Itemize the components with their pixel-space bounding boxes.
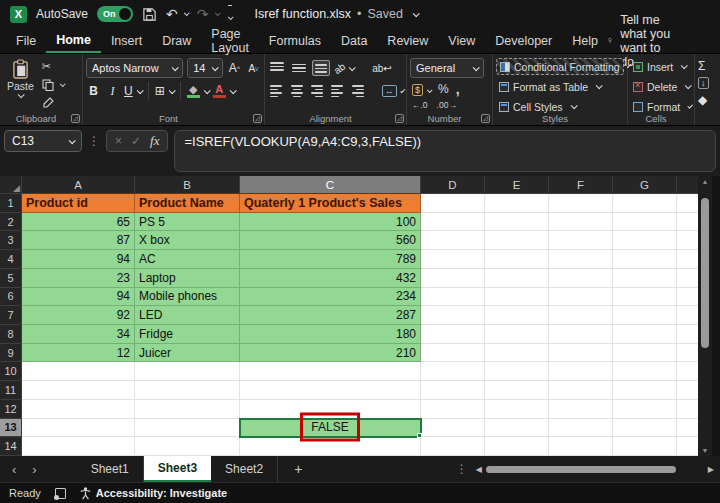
autosave-toggle[interactable]: On (97, 6, 133, 22)
cell-B12[interactable] (135, 400, 240, 419)
cell-partial-14[interactable] (677, 437, 698, 456)
cell-partial-6[interactable] (677, 288, 698, 307)
scroll-down-icon[interactable]: ▼ (702, 446, 709, 455)
formula-bar-handle[interactable]: ⋮ (88, 134, 100, 148)
cell-C9[interactable]: 210 (240, 344, 421, 363)
decrease-decimal-button[interactable]: .00→ (437, 100, 457, 110)
cell-partial-11[interactable] (677, 381, 698, 400)
accessibility-status[interactable]: Accessibility: Investigate (80, 487, 227, 500)
row-header-1[interactable]: 1 (0, 194, 22, 213)
cell-E4[interactable] (485, 250, 549, 269)
cell-F9[interactable] (549, 344, 613, 363)
decrease-indent-button[interactable] (329, 83, 345, 99)
cell-E1[interactable] (485, 194, 549, 213)
row-header-11[interactable]: 11 (0, 381, 22, 400)
cell-D8[interactable] (421, 325, 485, 344)
borders-button[interactable]: ⊞ (155, 82, 174, 100)
cell-E5[interactable] (485, 269, 549, 288)
cell-D1[interactable] (421, 194, 485, 213)
cell-A10[interactable] (22, 362, 135, 381)
cell-partial-2[interactable] (677, 213, 698, 232)
cell-A4[interactable]: 94 (22, 250, 135, 269)
cell-E3[interactable] (485, 231, 549, 250)
row-header-4[interactable]: 4 (0, 250, 22, 269)
cell-partial-7[interactable] (677, 306, 698, 325)
autosum-button[interactable]: Σ (698, 58, 717, 73)
align-right-button[interactable] (309, 83, 325, 99)
cell-C5[interactable]: 432 (240, 269, 421, 288)
increase-decimal-button[interactable]: ←.0 (412, 100, 428, 110)
cell-A5[interactable]: 23 (22, 269, 135, 288)
column-header-G[interactable]: G (613, 176, 677, 194)
center-button[interactable] (288, 83, 304, 99)
cell-G9[interactable] (613, 344, 677, 363)
row-header-5[interactable]: 5 (0, 269, 22, 288)
cell-partial-12[interactable] (677, 400, 698, 419)
format-painter-button[interactable] (42, 95, 64, 110)
cell-A14[interactable] (22, 437, 135, 456)
row-header-13[interactable]: 13 (0, 419, 22, 438)
paste-button[interactable]: Paste (3, 58, 38, 111)
cell-A6[interactable]: 94 (22, 288, 135, 307)
cell-E9[interactable] (485, 344, 549, 363)
cell-A13[interactable] (22, 419, 135, 438)
cell-F3[interactable] (549, 231, 613, 250)
cell-A9[interactable]: 12 (22, 344, 135, 363)
cell-F1[interactable] (549, 194, 613, 213)
cell-A7[interactable]: 92 (22, 306, 135, 325)
cell-D4[interactable] (421, 250, 485, 269)
cell-A11[interactable] (22, 381, 135, 400)
cell-E7[interactable] (485, 306, 549, 325)
cell-B10[interactable] (135, 362, 240, 381)
undo-button[interactable]: ↶ (166, 6, 188, 22)
underline-button[interactable]: U (124, 82, 142, 100)
cell-partial-13[interactable] (677, 419, 698, 438)
vertical-scroll-thumb[interactable] (701, 198, 709, 348)
cell-C14[interactable] (240, 437, 421, 456)
scroll-up-icon[interactable]: ▲ (702, 177, 709, 186)
menu-tab-formulas[interactable]: Formulas (259, 28, 331, 53)
cell-F7[interactable] (549, 306, 613, 325)
document-title[interactable]: Isref function.xlsx • Saved (255, 7, 418, 21)
cell-E11[interactable] (485, 381, 549, 400)
horizontal-scroll-thumb[interactable] (486, 466, 676, 473)
cut-button[interactable]: ✂ (42, 59, 64, 74)
menu-tab-review[interactable]: Review (377, 28, 438, 53)
font-name-select[interactable]: Aptos Narrow (86, 58, 183, 78)
cell-D6[interactable] (421, 288, 485, 307)
column-header-C[interactable]: C (240, 176, 421, 194)
sheet-tab-sheet2[interactable]: Sheet2 (211, 456, 278, 482)
cell-B14[interactable] (135, 437, 240, 456)
cell-partial-9[interactable] (677, 344, 698, 363)
menu-tab-developer[interactable]: Developer (485, 28, 562, 53)
cell-G8[interactable] (613, 325, 677, 344)
cell-F12[interactable] (549, 400, 613, 419)
redo-button[interactable]: ↷ (197, 6, 219, 22)
cell-C6[interactable]: 234 (240, 288, 421, 307)
cell-partial-10[interactable] (677, 362, 698, 381)
select-all-corner[interactable]: ◢ (0, 176, 22, 194)
format-as-table-button[interactable]: Format as Table (496, 78, 624, 95)
cell-D12[interactable] (421, 400, 485, 419)
bottom-align-button[interactable] (312, 60, 330, 76)
cell-F11[interactable] (549, 381, 613, 400)
cell-C13[interactable]: FALSE (240, 419, 421, 438)
macro-record-icon[interactable] (55, 488, 66, 499)
menu-tab-data[interactable]: Data (331, 28, 377, 53)
fill-color-button[interactable]: ◆ (187, 82, 209, 100)
cell-E14[interactable] (485, 437, 549, 456)
cell-partial-3[interactable] (677, 231, 698, 250)
cell-G2[interactable] (613, 213, 677, 232)
cell-A8[interactable]: 34 (22, 325, 135, 344)
cell-D3[interactable] (421, 231, 485, 250)
cell-D14[interactable] (421, 437, 485, 456)
cell-D5[interactable] (421, 269, 485, 288)
cell-E2[interactable] (485, 213, 549, 232)
clear-button[interactable]: ◆ (698, 92, 717, 107)
insert-cells-button[interactable]: Insert (631, 58, 691, 75)
cell-E6[interactable] (485, 288, 549, 307)
cell-C12[interactable] (240, 400, 421, 419)
cell-B1[interactable]: Product Name (135, 194, 240, 213)
horizontal-scrollbar[interactable]: ◀ ▶ (476, 465, 714, 474)
cell-partial-5[interactable] (677, 269, 698, 288)
